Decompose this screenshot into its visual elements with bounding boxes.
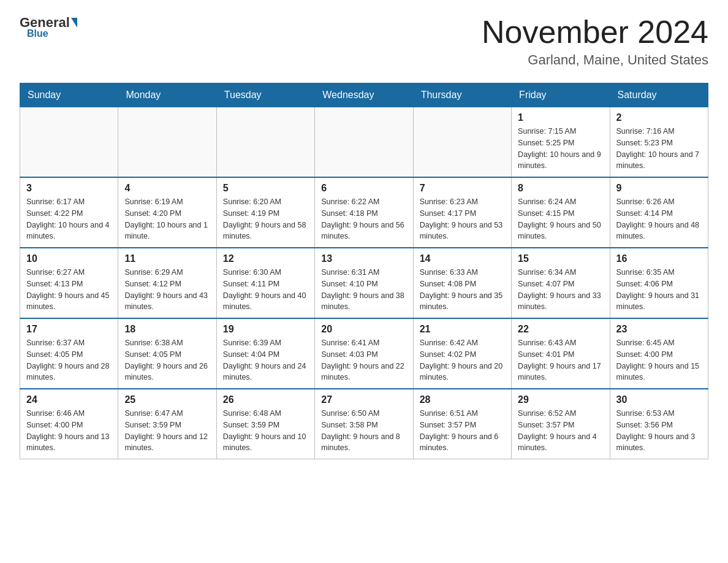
day-info: Sunrise: 6:23 AMSunset: 4:17 PMDaylight:…: [420, 196, 505, 242]
calendar-cell: [413, 107, 511, 178]
day-number: 18: [124, 324, 210, 335]
day-number: 10: [26, 253, 112, 264]
calendar-cell: 24Sunrise: 6:46 AMSunset: 4:00 PMDayligh…: [20, 389, 118, 459]
day-info: Sunrise: 6:38 AMSunset: 4:05 PMDaylight:…: [124, 337, 210, 383]
day-number: 28: [420, 394, 505, 405]
calendar-cell: 21Sunrise: 6:42 AMSunset: 4:02 PMDayligh…: [413, 318, 511, 389]
calendar-cell: 8Sunrise: 6:24 AMSunset: 4:15 PMDaylight…: [512, 177, 610, 248]
header: General Blue November 2024 Garland, Main…: [20, 15, 708, 68]
calendar-cell: 19Sunrise: 6:39 AMSunset: 4:04 PMDayligh…: [216, 318, 314, 389]
calendar-header-sunday: Sunday: [20, 83, 118, 107]
day-info: Sunrise: 6:37 AMSunset: 4:05 PMDaylight:…: [26, 337, 112, 383]
day-info: Sunrise: 6:20 AMSunset: 4:19 PMDaylight:…: [223, 196, 308, 242]
calendar-cell: 22Sunrise: 6:43 AMSunset: 4:01 PMDayligh…: [512, 318, 610, 389]
day-info: Sunrise: 6:35 AMSunset: 4:06 PMDaylight:…: [616, 267, 702, 313]
day-number: 6: [321, 183, 406, 194]
calendar-header-tuesday: Tuesday: [216, 83, 314, 107]
day-info: Sunrise: 6:26 AMSunset: 4:14 PMDaylight:…: [616, 196, 702, 242]
day-info: Sunrise: 6:51 AMSunset: 3:57 PMDaylight:…: [420, 408, 505, 454]
day-number: 16: [616, 253, 702, 264]
calendar-cell: [20, 107, 118, 178]
day-number: 14: [420, 253, 505, 264]
calendar-cell: 5Sunrise: 6:20 AMSunset: 4:19 PMDaylight…: [216, 177, 314, 248]
day-number: 24: [26, 394, 112, 405]
day-number: 9: [616, 183, 702, 194]
calendar-cell: 27Sunrise: 6:50 AMSunset: 3:58 PMDayligh…: [315, 389, 413, 459]
day-info: Sunrise: 6:45 AMSunset: 4:00 PMDaylight:…: [616, 337, 702, 383]
day-info: Sunrise: 6:39 AMSunset: 4:04 PMDaylight:…: [223, 337, 308, 383]
logo-arrow-icon: [71, 18, 77, 28]
month-title: November 2024: [482, 15, 708, 50]
day-number: 15: [518, 253, 603, 264]
day-number: 25: [124, 394, 210, 405]
day-number: 8: [518, 183, 603, 194]
title-area: November 2024 Garland, Maine, United Sta…: [482, 15, 708, 68]
calendar-cell: [216, 107, 314, 178]
calendar-header-monday: Monday: [118, 83, 216, 107]
calendar-cell: 20Sunrise: 6:41 AMSunset: 4:03 PMDayligh…: [315, 318, 413, 389]
day-number: 1: [518, 112, 603, 123]
calendar-cell: 4Sunrise: 6:19 AMSunset: 4:20 PMDaylight…: [118, 177, 216, 248]
day-info: Sunrise: 6:27 AMSunset: 4:13 PMDaylight:…: [26, 267, 112, 313]
calendar-header-saturday: Saturday: [610, 83, 708, 107]
day-number: 23: [616, 324, 702, 335]
day-info: Sunrise: 6:33 AMSunset: 4:08 PMDaylight:…: [420, 267, 505, 313]
calendar-cell: 2Sunrise: 7:16 AMSunset: 5:23 PMDaylight…: [610, 107, 708, 178]
day-number: 3: [26, 183, 112, 194]
day-info: Sunrise: 7:16 AMSunset: 5:23 PMDaylight:…: [616, 126, 702, 172]
calendar-cell: 23Sunrise: 6:45 AMSunset: 4:00 PMDayligh…: [610, 318, 708, 389]
calendar-cell: 29Sunrise: 6:52 AMSunset: 3:57 PMDayligh…: [512, 389, 610, 459]
day-info: Sunrise: 6:47 AMSunset: 3:59 PMDaylight:…: [124, 408, 210, 454]
calendar-cell: 12Sunrise: 6:30 AMSunset: 4:11 PMDayligh…: [216, 248, 314, 318]
calendar-cell: 15Sunrise: 6:34 AMSunset: 4:07 PMDayligh…: [512, 248, 610, 318]
day-number: 11: [124, 253, 210, 264]
day-number: 5: [223, 183, 308, 194]
day-info: Sunrise: 6:53 AMSunset: 3:56 PMDaylight:…: [616, 408, 702, 454]
calendar-cell: [315, 107, 413, 178]
day-info: Sunrise: 6:43 AMSunset: 4:01 PMDaylight:…: [518, 337, 603, 383]
day-info: Sunrise: 6:31 AMSunset: 4:10 PMDaylight:…: [321, 267, 406, 313]
calendar-cell: 16Sunrise: 6:35 AMSunset: 4:06 PMDayligh…: [610, 248, 708, 318]
day-number: 12: [223, 253, 308, 264]
day-number: 26: [223, 394, 308, 405]
calendar-cell: 7Sunrise: 6:23 AMSunset: 4:17 PMDaylight…: [413, 177, 511, 248]
calendar: SundayMondayTuesdayWednesdayThursdayFrid…: [20, 83, 708, 459]
day-info: Sunrise: 6:42 AMSunset: 4:02 PMDaylight:…: [420, 337, 505, 383]
calendar-cell: 25Sunrise: 6:47 AMSunset: 3:59 PMDayligh…: [118, 389, 216, 459]
calendar-cell: 6Sunrise: 6:22 AMSunset: 4:18 PMDaylight…: [315, 177, 413, 248]
day-number: 27: [321, 394, 406, 405]
day-info: Sunrise: 6:50 AMSunset: 3:58 PMDaylight:…: [321, 408, 406, 454]
day-number: 7: [420, 183, 505, 194]
calendar-cell: 1Sunrise: 7:15 AMSunset: 5:25 PMDaylight…: [512, 107, 610, 178]
day-number: 30: [616, 394, 702, 405]
day-info: Sunrise: 6:52 AMSunset: 3:57 PMDaylight:…: [518, 408, 603, 454]
day-info: Sunrise: 6:19 AMSunset: 4:20 PMDaylight:…: [124, 196, 210, 242]
day-number: 20: [321, 324, 406, 335]
logo: General Blue: [20, 15, 78, 39]
day-info: Sunrise: 6:29 AMSunset: 4:12 PMDaylight:…: [124, 267, 210, 313]
calendar-cell: 26Sunrise: 6:48 AMSunset: 3:59 PMDayligh…: [216, 389, 314, 459]
calendar-cell: 30Sunrise: 6:53 AMSunset: 3:56 PMDayligh…: [610, 389, 708, 459]
calendar-cell: 3Sunrise: 6:17 AMSunset: 4:22 PMDaylight…: [20, 177, 118, 248]
calendar-cell: 18Sunrise: 6:38 AMSunset: 4:05 PMDayligh…: [118, 318, 216, 389]
day-info: Sunrise: 6:24 AMSunset: 4:15 PMDaylight:…: [518, 196, 603, 242]
day-info: Sunrise: 6:22 AMSunset: 4:18 PMDaylight:…: [321, 196, 406, 242]
calendar-cell: 13Sunrise: 6:31 AMSunset: 4:10 PMDayligh…: [315, 248, 413, 318]
day-number: 21: [420, 324, 505, 335]
calendar-cell: 28Sunrise: 6:51 AMSunset: 3:57 PMDayligh…: [413, 389, 511, 459]
day-info: Sunrise: 7:15 AMSunset: 5:25 PMDaylight:…: [518, 126, 603, 172]
calendar-cell: 9Sunrise: 6:26 AMSunset: 4:14 PMDaylight…: [610, 177, 708, 248]
calendar-cell: 14Sunrise: 6:33 AMSunset: 4:08 PMDayligh…: [413, 248, 511, 318]
day-info: Sunrise: 6:48 AMSunset: 3:59 PMDaylight:…: [223, 408, 308, 454]
calendar-cell: 10Sunrise: 6:27 AMSunset: 4:13 PMDayligh…: [20, 248, 118, 318]
calendar-cell: [118, 107, 216, 178]
day-info: Sunrise: 6:34 AMSunset: 4:07 PMDaylight:…: [518, 267, 603, 313]
day-info: Sunrise: 6:41 AMSunset: 4:03 PMDaylight:…: [321, 337, 406, 383]
day-info: Sunrise: 6:17 AMSunset: 4:22 PMDaylight:…: [26, 196, 112, 242]
calendar-header-row: SundayMondayTuesdayWednesdayThursdayFrid…: [20, 83, 708, 107]
day-number: 17: [26, 324, 112, 335]
logo-blue-text: Blue: [27, 28, 48, 39]
calendar-cell: 17Sunrise: 6:37 AMSunset: 4:05 PMDayligh…: [20, 318, 118, 389]
calendar-header-thursday: Thursday: [413, 83, 511, 107]
calendar-cell: 11Sunrise: 6:29 AMSunset: 4:12 PMDayligh…: [118, 248, 216, 318]
